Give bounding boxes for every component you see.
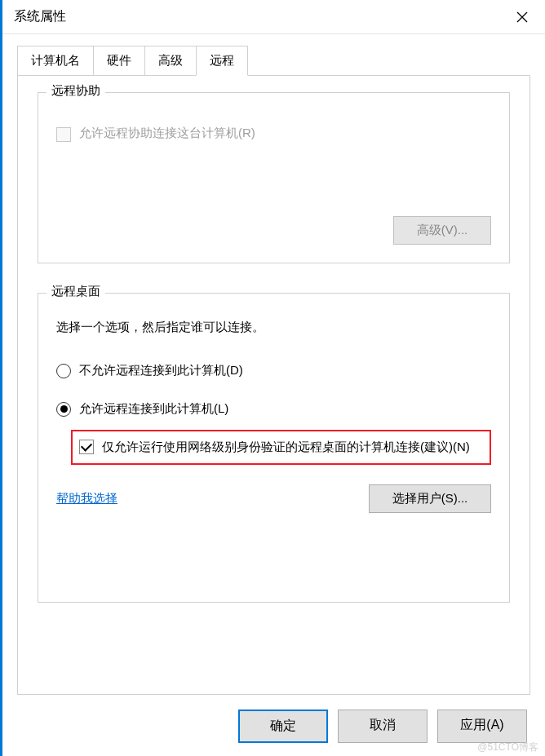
titlebar: 系统属性: [2, 0, 545, 34]
allow-remote-assist-checkbox: [56, 127, 71, 142]
radio-allow-row[interactable]: 允许远程连接到此计算机(L): [56, 401, 491, 417]
allow-remote-assist-row: 允许远程协助连接这台计算机(R): [56, 126, 491, 142]
radio-allow-label: 允许远程连接到此计算机(L): [79, 401, 228, 417]
help-link[interactable]: 帮助我选择: [56, 491, 117, 506]
allow-remote-assist-label: 允许远程协助连接这台计算机(R): [79, 126, 255, 141]
radio-allow[interactable]: [56, 402, 71, 417]
nla-checkbox[interactable]: [79, 440, 94, 454]
cancel-button[interactable]: 取消: [338, 710, 428, 743]
apply-button[interactable]: 应用(A): [437, 710, 527, 743]
dialog-buttons: 确定 取消 应用(A): [238, 710, 527, 743]
group-remote-desktop: 远程桌面 选择一个选项，然后指定谁可以连接。 不允许远程连接到此计算机(D) 允…: [38, 293, 510, 603]
tab-strip: 计算机名 硬件 高级 远程: [2, 34, 545, 76]
radio-disallow-row[interactable]: 不允许远程连接到此计算机(D): [56, 363, 491, 378]
tab-advanced[interactable]: 高级: [144, 46, 197, 76]
tab-computer-name[interactable]: 计算机名: [17, 46, 94, 76]
window-title: 系统属性: [14, 8, 499, 25]
select-users-button[interactable]: 选择用户(S)...: [369, 484, 491, 513]
tab-remote[interactable]: 远程: [196, 46, 248, 76]
tab-content-remote: 远程协助 允许远程协助连接这台计算机(R) 高级(V)... 远程桌面 选择一个…: [17, 75, 530, 695]
radio-disallow-label: 不允许远程连接到此计算机(D): [79, 363, 243, 378]
group-title-desktop: 远程桌面: [47, 284, 105, 299]
tab-hardware[interactable]: 硬件: [93, 46, 145, 76]
remote-desktop-desc: 选择一个选项，然后指定谁可以连接。: [56, 320, 491, 335]
group-title-assist: 远程协助: [47, 83, 105, 99]
close-icon: [516, 11, 528, 23]
nla-highlight: 仅允许运行使用网络级别身份验证的远程桌面的计算机连接(建议)(N): [71, 430, 491, 465]
nla-checkbox-row[interactable]: 仅允许运行使用网络级别身份验证的远程桌面的计算机连接(建议)(N): [79, 438, 481, 457]
assist-advanced-button: 高级(V)...: [393, 216, 491, 245]
watermark: @51CTO博客: [477, 741, 538, 754]
nla-label: 仅允许运行使用网络级别身份验证的远程桌面的计算机连接(建议)(N): [102, 438, 470, 457]
ok-button[interactable]: 确定: [238, 710, 328, 743]
group-remote-assist: 远程协助 允许远程协助连接这台计算机(R) 高级(V)...: [38, 92, 510, 263]
close-button[interactable]: [499, 0, 545, 34]
radio-disallow[interactable]: [56, 364, 71, 378]
